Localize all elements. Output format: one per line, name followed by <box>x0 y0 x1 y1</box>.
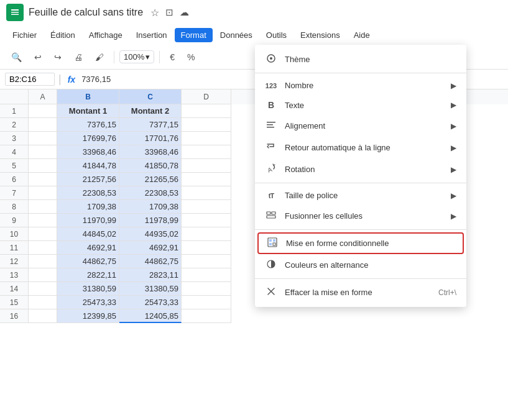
cell-3d[interactable] <box>182 132 231 145</box>
cell-1d[interactable] <box>182 104 231 118</box>
cell-14c[interactable]: 31380,59 <box>119 282 182 296</box>
cell-4b[interactable]: 33968,46 <box>57 145 119 159</box>
cell-16d[interactable] <box>182 309 231 323</box>
cell-11a[interactable] <box>29 241 57 255</box>
cell-10b[interactable]: 44845,02 <box>57 227 119 241</box>
percent-button[interactable]: % <box>182 50 200 65</box>
redo-button[interactable]: ↪ <box>49 50 67 65</box>
cell-12d[interactable] <box>182 255 231 268</box>
menu-affichage[interactable]: Affichage <box>83 28 129 42</box>
cell-15a[interactable] <box>29 296 57 309</box>
menu-item-mef[interactable]: Mise en forme conditionnelle <box>257 232 464 254</box>
cell-5c[interactable]: 41850,78 <box>119 159 182 173</box>
cell-1b[interactable]: Montant 1 <box>57 104 119 118</box>
cell-6b[interactable]: 21257,56 <box>57 173 119 186</box>
copy-format-button[interactable]: 🖌 <box>90 50 109 65</box>
cell-10c[interactable]: 44935,02 <box>119 227 182 241</box>
col-header-c[interactable]: C <box>119 89 182 104</box>
cell-16c[interactable]: 12405,85 <box>119 309 182 323</box>
cell-15d[interactable] <box>182 296 231 309</box>
cell-14d[interactable] <box>182 282 231 296</box>
cell-1c[interactable]: Montant 2 <box>119 104 182 118</box>
folder-icon[interactable]: ⊡ <box>165 7 173 19</box>
menu-format[interactable]: Format <box>175 28 213 42</box>
cell-7b[interactable]: 22308,53 <box>57 186 119 200</box>
cloud-icon[interactable]: ☁ <box>180 7 189 19</box>
cell-9d[interactable] <box>182 214 231 227</box>
cell-2a[interactable] <box>29 118 57 132</box>
menu-item-texte[interactable]: B Texte ▶ <box>255 95 466 115</box>
print-button[interactable]: 🖨 <box>69 50 88 65</box>
menu-insertion[interactable]: Insertion <box>130 28 173 42</box>
menu-item-theme[interactable]: Thème <box>255 48 466 70</box>
undo-button[interactable]: ↩ <box>29 50 47 65</box>
cell-13d[interactable] <box>182 268 231 282</box>
cell-10d[interactable] <box>182 227 231 241</box>
cell-13b[interactable]: 2822,11 <box>57 268 119 282</box>
cell-11b[interactable]: 4692,91 <box>57 241 119 255</box>
cell-3b[interactable]: 17699,76 <box>57 132 119 145</box>
col-header-d[interactable]: D <box>182 89 231 104</box>
cell-10a[interactable] <box>29 227 57 241</box>
cell-7a[interactable] <box>29 186 57 200</box>
currency-button[interactable]: € <box>165 50 180 65</box>
menu-item-taille[interactable]: tT Taille de police ▶ <box>255 186 466 205</box>
cell-5a[interactable] <box>29 159 57 173</box>
cell-4d[interactable] <box>182 145 231 159</box>
cell-2d[interactable] <box>182 118 231 132</box>
star-icon[interactable]: ☆ <box>150 7 159 19</box>
cell-2c[interactable]: 7377,15 <box>119 118 182 132</box>
cell-8c[interactable]: 1709,38 <box>119 200 182 214</box>
cell-13c[interactable]: 2823,11 <box>119 268 182 282</box>
menu-item-effacer[interactable]: Effacer la mise en forme Ctrl+\ <box>255 281 466 303</box>
menu-item-retour[interactable]: Retour automatique à la ligne ▶ <box>255 137 466 158</box>
cell-7c[interactable]: 22308,53 <box>119 186 182 200</box>
menu-extensions[interactable]: Extensions <box>294 28 346 42</box>
cell-5b[interactable]: 41844,78 <box>57 159 119 173</box>
menu-item-alternance[interactable]: Couleurs en alternance <box>255 254 466 276</box>
cell-4c[interactable]: 33968,46 <box>119 145 182 159</box>
cell-13a[interactable] <box>29 268 57 282</box>
cell-3a[interactable] <box>29 132 57 145</box>
cell-7d[interactable] <box>182 186 231 200</box>
menu-item-fusionner[interactable]: Fusionner les cellules ▶ <box>255 205 466 227</box>
col-header-b[interactable]: B <box>57 89 119 104</box>
menu-item-alignement[interactable]: Alignement ▶ <box>255 115 466 137</box>
cell-12c[interactable]: 44862,75 <box>119 255 182 268</box>
cell-1a[interactable] <box>29 104 57 118</box>
cell-14a[interactable] <box>29 282 57 296</box>
cell-6d[interactable] <box>182 173 231 186</box>
cell-12a[interactable] <box>29 255 57 268</box>
cell-8a[interactable] <box>29 200 57 214</box>
cell-6c[interactable]: 21265,56 <box>119 173 182 186</box>
menu-outils[interactable]: Outils <box>260 28 293 42</box>
cell-9c[interactable]: 11978,99 <box>119 214 182 227</box>
zoom-selector[interactable]: 100% ▾ <box>119 50 154 63</box>
cell-15b[interactable]: 25473,33 <box>57 296 119 309</box>
menu-item-nombre[interactable]: 123 Nombre ▶ <box>255 76 466 95</box>
cell-9a[interactable] <box>29 214 57 227</box>
col-header-a[interactable]: A <box>29 89 57 104</box>
menu-item-rotation[interactable]: A Rotation ▶ <box>255 158 466 180</box>
menu-aide[interactable]: Aide <box>348 28 376 42</box>
cell-11d[interactable] <box>182 241 231 255</box>
menu-donnees[interactable]: Données <box>214 28 259 42</box>
menu-fichier[interactable]: Fichier <box>6 28 43 42</box>
cell-15c[interactable]: 25473,33 <box>119 296 182 309</box>
cell-12b[interactable]: 44862,75 <box>57 255 119 268</box>
cell-14b[interactable]: 31380,59 <box>57 282 119 296</box>
cell-reference[interactable]: B2:C16 <box>5 73 55 86</box>
search-button[interactable]: 🔍 <box>6 50 27 65</box>
cell-9b[interactable]: 11970,99 <box>57 214 119 227</box>
cell-16a[interactable] <box>29 309 57 323</box>
cell-5d[interactable] <box>182 159 231 173</box>
cell-8b[interactable]: 1709,38 <box>57 200 119 214</box>
cell-11c[interactable]: 4692,91 <box>119 241 182 255</box>
cell-6a[interactable] <box>29 173 57 186</box>
cell-4a[interactable] <box>29 145 57 159</box>
cell-2b[interactable]: 7376,15 <box>57 118 119 132</box>
cell-8d[interactable] <box>182 200 231 214</box>
cell-16b[interactable]: 12399,85 <box>57 309 119 323</box>
cell-3c[interactable]: 17701,76 <box>119 132 182 145</box>
menu-edition[interactable]: Édition <box>44 28 81 42</box>
